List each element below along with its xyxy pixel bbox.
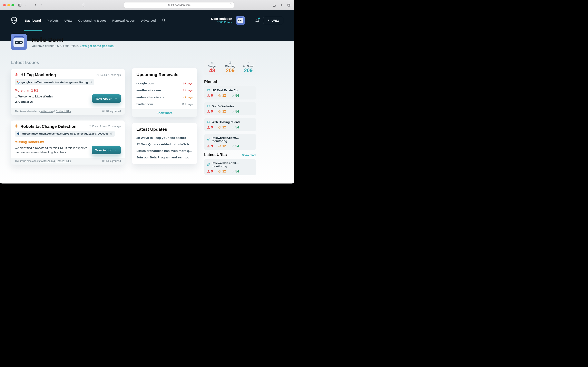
notifications-icon[interactable] bbox=[255, 18, 259, 23]
nav-item-outstanding-issues[interactable]: Outstanding Issues bbox=[75, 10, 109, 31]
issue-footer-site-link[interactable]: twitter.com bbox=[40, 160, 53, 162]
svg-text:?: ? bbox=[219, 95, 220, 96]
issue-title: H1 Tag Monitoring bbox=[20, 73, 94, 77]
renewal-row[interactable]: anothersite.com 21 days bbox=[136, 87, 193, 94]
tabs-overview-icon[interactable] bbox=[287, 3, 291, 7]
link-icon bbox=[207, 163, 210, 167]
stat-tile-all-good[interactable]: All Good 209 bbox=[240, 59, 256, 75]
user-block: Dom Hodgson 1500 Points bbox=[211, 17, 232, 24]
svg-point-10 bbox=[162, 19, 164, 21]
pinned-item[interactable]: Web Hosting Clients 9 ? 12 54 bbox=[204, 118, 256, 131]
take-action-button[interactable]: Take Action bbox=[92, 94, 121, 103]
status-tiles: Danger 43? Warning 209 All Good 209 bbox=[204, 59, 256, 75]
address-bar[interactable]: littlewarden.com bbox=[124, 2, 234, 8]
back-icon[interactable] bbox=[34, 3, 37, 7]
issue-footer-grouped: 0 URLs grouped bbox=[102, 160, 121, 162]
pinned-item[interactable]: littlewarden.com/…monitoring 9 ? 12 54 bbox=[204, 159, 256, 175]
latest-issues-heading: Latest Issues bbox=[11, 60, 125, 65]
chevron-down-icon[interactable] bbox=[25, 3, 27, 7]
renewals-show-more[interactable]: Show more bbox=[132, 109, 197, 117]
stat-tile-warning[interactable]: ? Warning 209 bbox=[222, 59, 238, 75]
pinned-item[interactable]: Dom's Websites 9 ? 12 54 bbox=[204, 102, 256, 115]
nav-item-urls[interactable]: URLs bbox=[62, 10, 75, 31]
close-window-icon[interactable] bbox=[3, 4, 6, 6]
new-tab-icon[interactable] bbox=[280, 3, 283, 7]
user-menu-chevron-icon[interactable] bbox=[249, 19, 251, 22]
svg-rect-0 bbox=[18, 4, 21, 6]
minimize-window-icon[interactable] bbox=[7, 4, 10, 6]
hero-subtext: You have earned 1500 LittlePoints. Let's… bbox=[31, 44, 114, 48]
warning-icon: ? bbox=[223, 61, 237, 64]
upcoming-renewals-card: Upcoming Renewals google.com 19 daysanot… bbox=[132, 68, 197, 117]
nav-item-dashboard[interactable]: Dashboard bbox=[22, 10, 44, 31]
privacy-shield-icon[interactable] bbox=[82, 3, 86, 7]
app-logo[interactable]: LW bbox=[11, 16, 17, 25]
svg-point-15 bbox=[16, 75, 17, 76]
svg-text:LW: LW bbox=[12, 19, 16, 22]
renewal-days: 101 days bbox=[182, 103, 193, 106]
share-icon[interactable] bbox=[272, 3, 276, 7]
warning-icon: ? bbox=[15, 124, 18, 129]
renewal-site: twitter.com bbox=[136, 102, 153, 106]
nav-item-renewal-report[interactable]: Renewal Report bbox=[109, 10, 138, 31]
issue-footer-site-link[interactable]: twitter.com bbox=[40, 110, 53, 113]
user-points: 1500 Points bbox=[211, 21, 232, 24]
nav-item-projects[interactable]: Projects bbox=[44, 10, 61, 31]
pinned-item[interactable]: UK Real Estate Co. 9 ? 12 54 bbox=[204, 86, 256, 100]
svg-point-26 bbox=[208, 96, 208, 96]
pinned-good-count: 54 bbox=[231, 144, 239, 148]
issue-url-chip[interactable]: https://littlewarden.com/sites/8425983fb… bbox=[15, 131, 115, 137]
address-text: littlewarden.com bbox=[171, 3, 190, 7]
issue-url-chip[interactable]: google.com/features/robots-txt-change-mo… bbox=[15, 79, 94, 85]
update-link[interactable]: 12 New Quizzes Added to LittleSchool bbox=[136, 141, 193, 148]
issue-found-time: Found 20 mins ago bbox=[96, 74, 121, 76]
search-icon[interactable] bbox=[162, 18, 165, 23]
pinned-good-count: 54 bbox=[231, 94, 239, 98]
issue-url-text: https://littlewarden.com/sites/8425983fb… bbox=[21, 132, 108, 135]
folder-icon bbox=[207, 104, 210, 108]
hero-greeting: Hello Dom! bbox=[31, 36, 114, 43]
renewal-row[interactable]: andanothersite.com 43 days bbox=[136, 94, 193, 101]
pinned-title: littlewarden.com/…monitoring bbox=[212, 161, 253, 168]
renewal-row[interactable]: twitter.com 101 days bbox=[136, 101, 193, 108]
favicon-icon bbox=[17, 132, 20, 135]
issue-card: H1 Tag Monitoring Found 20 mins ago goog… bbox=[11, 69, 125, 115]
issue-alert-label: Missing Robots.txt bbox=[15, 140, 121, 144]
hero-goodies-link[interactable]: Let's get some goodies. bbox=[80, 44, 114, 48]
forward-icon[interactable] bbox=[40, 3, 44, 7]
avatar[interactable] bbox=[236, 16, 245, 25]
reload-icon[interactable] bbox=[229, 3, 232, 7]
update-link[interactable]: Join our Beta Program and earn points bbox=[136, 154, 193, 161]
latest-urls-show-more[interactable]: Show more bbox=[242, 154, 256, 157]
renewal-row[interactable]: google.com 19 days bbox=[136, 80, 193, 87]
svg-line-11 bbox=[164, 21, 165, 22]
svg-point-30 bbox=[208, 112, 208, 112]
external-link-icon[interactable] bbox=[90, 81, 92, 84]
external-link-icon[interactable] bbox=[110, 132, 113, 135]
update-link[interactable]: 20 Ways to keep your site secure bbox=[136, 134, 193, 141]
link-icon bbox=[207, 138, 210, 141]
maximize-window-icon[interactable] bbox=[11, 4, 14, 6]
danger-icon bbox=[15, 73, 18, 77]
upcoming-renewals-heading: Upcoming Renewals bbox=[136, 72, 193, 77]
issue-footer-more-link[interactable]: 3 other URLs bbox=[56, 160, 71, 162]
pinned-item[interactable]: littlewarden.com/…monitoring 9 ? 12 54 bbox=[204, 134, 256, 150]
pinned-warning-count: ? 12 bbox=[218, 110, 226, 113]
stat-value: 43 bbox=[205, 68, 219, 73]
pinned-warning-count: ? 12 bbox=[218, 170, 226, 173]
update-link[interactable]: LittleMerchandise has even more goodi… bbox=[136, 148, 193, 154]
sidebar-toggle-icon[interactable] bbox=[18, 3, 22, 7]
folder-icon bbox=[207, 120, 210, 124]
renewal-site: anothersite.com bbox=[136, 89, 161, 92]
take-action-button[interactable]: Take Action bbox=[92, 146, 121, 154]
add-urls-button[interactable]: URLs bbox=[263, 17, 283, 24]
stat-tile-danger[interactable]: Danger 43 bbox=[204, 59, 220, 75]
issue-footer-more-link[interactable]: 3 other URLs bbox=[56, 110, 71, 113]
issue-paragraph: We didn't find a Robots.txt for this URL… bbox=[15, 146, 88, 155]
add-urls-label: URLs bbox=[272, 19, 279, 22]
svg-point-22 bbox=[212, 63, 212, 63]
nav-item-advanced[interactable]: Advanced bbox=[138, 10, 159, 31]
pinned-good-count: 54 bbox=[231, 170, 239, 173]
favicon-icon bbox=[17, 81, 20, 84]
svg-text:?: ? bbox=[230, 62, 231, 64]
